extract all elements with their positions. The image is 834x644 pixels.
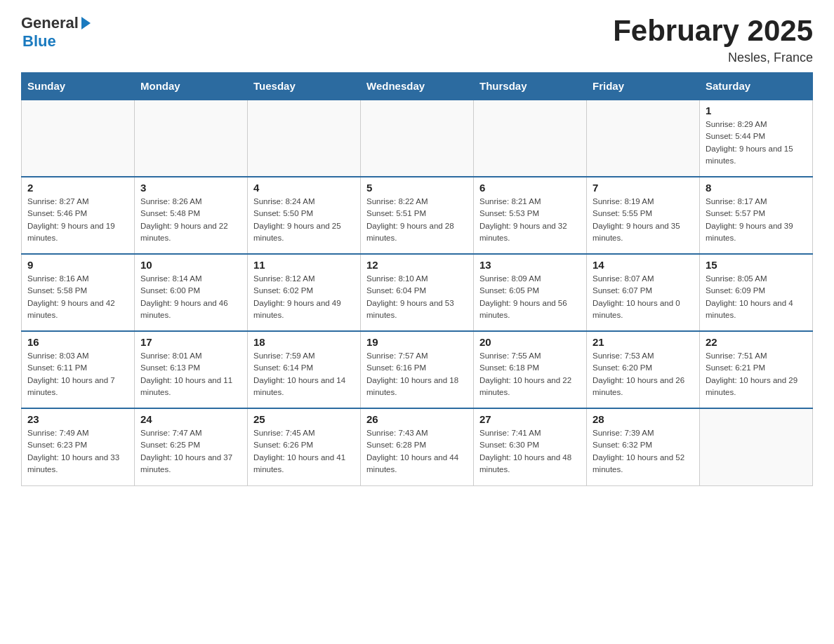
day-number: 3 bbox=[140, 182, 241, 194]
calendar-cell: 18Sunrise: 7:59 AM Sunset: 6:14 PM Dayli… bbox=[248, 331, 361, 408]
day-number: 10 bbox=[140, 259, 241, 271]
day-info: Sunrise: 7:39 AM Sunset: 6:32 PM Dayligh… bbox=[593, 427, 694, 476]
calendar-cell: 6Sunrise: 8:21 AM Sunset: 5:53 PM Daylig… bbox=[474, 177, 587, 254]
logo: General Blue bbox=[21, 14, 91, 51]
day-info: Sunrise: 8:21 AM Sunset: 5:53 PM Dayligh… bbox=[479, 196, 581, 244]
day-number: 11 bbox=[253, 259, 355, 271]
calendar-cell bbox=[587, 100, 700, 177]
day-header-friday: Friday bbox=[587, 73, 700, 100]
day-number: 18 bbox=[253, 336, 355, 348]
page-header: General Blue February 2025 Nesles, Franc… bbox=[21, 14, 813, 65]
day-header-saturday: Saturday bbox=[700, 73, 813, 100]
day-number: 9 bbox=[27, 259, 128, 271]
day-header-thursday: Thursday bbox=[474, 73, 587, 100]
calendar-cell: 15Sunrise: 8:05 AM Sunset: 6:09 PM Dayli… bbox=[700, 254, 813, 331]
day-header-monday: Monday bbox=[135, 73, 248, 100]
day-number: 23 bbox=[27, 413, 128, 425]
day-number: 28 bbox=[593, 413, 694, 425]
calendar-cell bbox=[474, 100, 587, 177]
day-info: Sunrise: 7:53 AM Sunset: 6:20 PM Dayligh… bbox=[593, 350, 694, 398]
day-number: 12 bbox=[366, 259, 468, 271]
day-number: 6 bbox=[479, 182, 581, 194]
day-info: Sunrise: 7:51 AM Sunset: 6:21 PM Dayligh… bbox=[706, 350, 807, 398]
calendar-cell: 8Sunrise: 8:17 AM Sunset: 5:57 PM Daylig… bbox=[700, 177, 813, 254]
calendar-cell: 20Sunrise: 7:55 AM Sunset: 6:18 PM Dayli… bbox=[474, 331, 587, 408]
day-number: 14 bbox=[593, 259, 694, 271]
day-info: Sunrise: 7:41 AM Sunset: 6:30 PM Dayligh… bbox=[479, 427, 581, 476]
logo-general-text: General bbox=[21, 14, 79, 32]
day-info: Sunrise: 8:24 AM Sunset: 5:50 PM Dayligh… bbox=[253, 196, 355, 244]
day-info: Sunrise: 8:12 AM Sunset: 6:02 PM Dayligh… bbox=[253, 273, 355, 321]
day-number: 4 bbox=[253, 182, 355, 194]
day-info: Sunrise: 8:29 AM Sunset: 5:44 PM Dayligh… bbox=[706, 119, 807, 167]
calendar-week-row: 23Sunrise: 7:49 AM Sunset: 6:23 PM Dayli… bbox=[22, 408, 813, 485]
calendar-cell: 14Sunrise: 8:07 AM Sunset: 6:07 PM Dayli… bbox=[587, 254, 700, 331]
calendar-cell: 26Sunrise: 7:43 AM Sunset: 6:28 PM Dayli… bbox=[361, 408, 474, 485]
day-number: 8 bbox=[706, 182, 807, 194]
day-info: Sunrise: 8:03 AM Sunset: 6:11 PM Dayligh… bbox=[27, 350, 128, 398]
logo-triangle-icon bbox=[81, 17, 91, 29]
day-info: Sunrise: 7:49 AM Sunset: 6:23 PM Dayligh… bbox=[27, 427, 128, 476]
calendar-week-row: 2Sunrise: 8:27 AM Sunset: 5:46 PM Daylig… bbox=[22, 177, 813, 254]
calendar-cell: 9Sunrise: 8:16 AM Sunset: 5:58 PM Daylig… bbox=[22, 254, 135, 331]
title-block: February 2025 Nesles, France bbox=[613, 14, 813, 65]
day-info: Sunrise: 7:47 AM Sunset: 6:25 PM Dayligh… bbox=[140, 427, 241, 476]
day-number: 13 bbox=[479, 259, 581, 271]
logo-blue-text: Blue bbox=[22, 32, 56, 51]
calendar-header-row: SundayMondayTuesdayWednesdayThursdayFrid… bbox=[22, 73, 813, 100]
day-info: Sunrise: 8:19 AM Sunset: 5:55 PM Dayligh… bbox=[593, 196, 694, 244]
calendar-cell: 21Sunrise: 7:53 AM Sunset: 6:20 PM Dayli… bbox=[587, 331, 700, 408]
day-info: Sunrise: 8:10 AM Sunset: 6:04 PM Dayligh… bbox=[366, 273, 468, 321]
calendar-week-row: 9Sunrise: 8:16 AM Sunset: 5:58 PM Daylig… bbox=[22, 254, 813, 331]
day-info: Sunrise: 7:45 AM Sunset: 6:26 PM Dayligh… bbox=[253, 427, 355, 476]
day-number: 5 bbox=[366, 182, 468, 194]
calendar-cell: 13Sunrise: 8:09 AM Sunset: 6:05 PM Dayli… bbox=[474, 254, 587, 331]
day-info: Sunrise: 8:09 AM Sunset: 6:05 PM Dayligh… bbox=[479, 273, 581, 321]
calendar-cell bbox=[361, 100, 474, 177]
calendar-cell: 5Sunrise: 8:22 AM Sunset: 5:51 PM Daylig… bbox=[361, 177, 474, 254]
day-info: Sunrise: 8:26 AM Sunset: 5:48 PM Dayligh… bbox=[140, 196, 241, 244]
day-info: Sunrise: 8:05 AM Sunset: 6:09 PM Dayligh… bbox=[706, 273, 807, 321]
day-info: Sunrise: 7:55 AM Sunset: 6:18 PM Dayligh… bbox=[479, 350, 581, 398]
day-info: Sunrise: 7:57 AM Sunset: 6:16 PM Dayligh… bbox=[366, 350, 468, 398]
day-number: 19 bbox=[366, 336, 468, 348]
day-info: Sunrise: 7:43 AM Sunset: 6:28 PM Dayligh… bbox=[366, 427, 468, 476]
calendar-cell: 10Sunrise: 8:14 AM Sunset: 6:00 PM Dayli… bbox=[135, 254, 248, 331]
location-text: Nesles, France bbox=[613, 51, 813, 65]
calendar-cell bbox=[700, 408, 813, 485]
day-info: Sunrise: 8:27 AM Sunset: 5:46 PM Dayligh… bbox=[27, 196, 128, 244]
day-info: Sunrise: 8:14 AM Sunset: 6:00 PM Dayligh… bbox=[140, 273, 241, 321]
calendar-cell: 24Sunrise: 7:47 AM Sunset: 6:25 PM Dayli… bbox=[135, 408, 248, 485]
day-number: 15 bbox=[706, 259, 807, 271]
calendar-cell: 23Sunrise: 7:49 AM Sunset: 6:23 PM Dayli… bbox=[22, 408, 135, 485]
day-info: Sunrise: 8:07 AM Sunset: 6:07 PM Dayligh… bbox=[593, 273, 694, 321]
day-info: Sunrise: 8:16 AM Sunset: 5:58 PM Dayligh… bbox=[27, 273, 128, 321]
calendar-week-row: 16Sunrise: 8:03 AM Sunset: 6:11 PM Dayli… bbox=[22, 331, 813, 408]
calendar-cell: 27Sunrise: 7:41 AM Sunset: 6:30 PM Dayli… bbox=[474, 408, 587, 485]
calendar-cell: 7Sunrise: 8:19 AM Sunset: 5:55 PM Daylig… bbox=[587, 177, 700, 254]
calendar-cell bbox=[135, 100, 248, 177]
calendar-week-row: 1Sunrise: 8:29 AM Sunset: 5:44 PM Daylig… bbox=[22, 100, 813, 177]
day-number: 21 bbox=[593, 336, 694, 348]
calendar-cell: 3Sunrise: 8:26 AM Sunset: 5:48 PM Daylig… bbox=[135, 177, 248, 254]
day-number: 7 bbox=[593, 182, 694, 194]
day-header-wednesday: Wednesday bbox=[361, 73, 474, 100]
day-number: 17 bbox=[140, 336, 241, 348]
calendar-cell bbox=[248, 100, 361, 177]
day-info: Sunrise: 8:17 AM Sunset: 5:57 PM Dayligh… bbox=[706, 196, 807, 244]
day-number: 27 bbox=[479, 413, 581, 425]
day-number: 22 bbox=[706, 336, 807, 348]
calendar-cell: 25Sunrise: 7:45 AM Sunset: 6:26 PM Dayli… bbox=[248, 408, 361, 485]
day-info: Sunrise: 8:01 AM Sunset: 6:13 PM Dayligh… bbox=[140, 350, 241, 398]
calendar-cell: 1Sunrise: 8:29 AM Sunset: 5:44 PM Daylig… bbox=[700, 100, 813, 177]
day-number: 16 bbox=[27, 336, 128, 348]
calendar-cell: 11Sunrise: 8:12 AM Sunset: 6:02 PM Dayli… bbox=[248, 254, 361, 331]
day-number: 2 bbox=[27, 182, 128, 194]
day-number: 26 bbox=[366, 413, 468, 425]
calendar-cell: 16Sunrise: 8:03 AM Sunset: 6:11 PM Dayli… bbox=[22, 331, 135, 408]
month-title: February 2025 bbox=[613, 14, 813, 48]
calendar-cell: 17Sunrise: 8:01 AM Sunset: 6:13 PM Dayli… bbox=[135, 331, 248, 408]
day-number: 24 bbox=[140, 413, 241, 425]
calendar-cell: 4Sunrise: 8:24 AM Sunset: 5:50 PM Daylig… bbox=[248, 177, 361, 254]
calendar-cell: 19Sunrise: 7:57 AM Sunset: 6:16 PM Dayli… bbox=[361, 331, 474, 408]
